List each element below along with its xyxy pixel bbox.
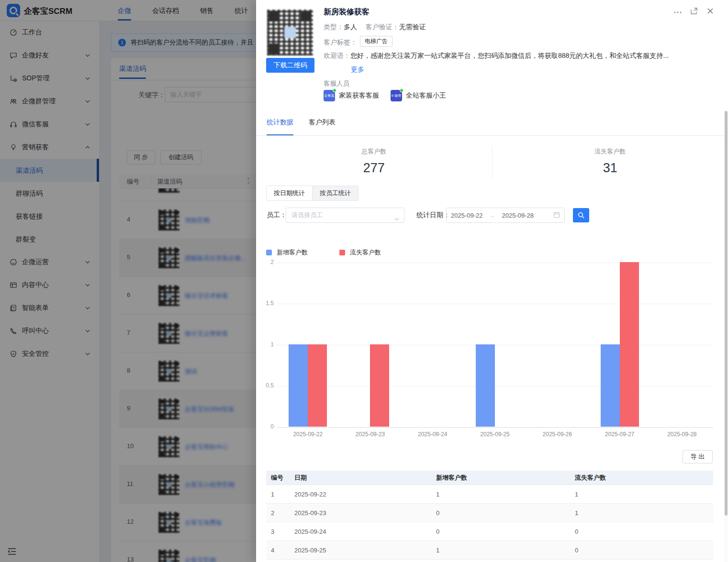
bar-新增客户数-2025-09-25 bbox=[476, 344, 495, 427]
result-table-row: 42025-09-2510 bbox=[266, 541, 713, 560]
staff-name: 家装获客客服 bbox=[339, 91, 379, 100]
y-axis-tick: 0.5 bbox=[255, 382, 274, 389]
staff-member: 企客宝家装获客客服 bbox=[324, 90, 379, 101]
online-dot bbox=[333, 88, 336, 92]
result-col-header: 流失客户数 bbox=[572, 474, 713, 482]
export-button[interactable]: 导 出 bbox=[683, 450, 713, 463]
result-cell: 1 bbox=[434, 491, 572, 498]
result-col-header: 新增客户数 bbox=[434, 474, 572, 482]
scrollbar-thumb[interactable] bbox=[725, 111, 728, 516]
drawer-tab-统计数据[interactable]: 统计数据 bbox=[267, 118, 293, 127]
result-table: 编号日期新增客户数流失客户数12025-09-221122025-09-2301… bbox=[266, 471, 713, 562]
result-cell: 1 bbox=[266, 491, 292, 498]
chevron-down-icon bbox=[394, 213, 400, 219]
legend-label: 流失客户数 bbox=[350, 248, 381, 257]
result-cell: 4 bbox=[266, 547, 292, 554]
bar-流失客户数-2025-09-23 bbox=[370, 344, 389, 427]
result-table-row: 12025-09-2211 bbox=[266, 485, 713, 504]
employee-label: 员工： bbox=[267, 211, 287, 220]
result-cell: 2025-09-24 bbox=[292, 528, 434, 535]
x-axis-tick: 2025-09-23 bbox=[339, 431, 401, 438]
legend-swatch bbox=[339, 250, 345, 255]
gridline bbox=[277, 427, 713, 428]
result-cell: 2025-09-22 bbox=[292, 491, 434, 498]
x-axis-tick: 2025-09-26 bbox=[526, 431, 588, 438]
segment-按员工统计[interactable]: 按员工统计 bbox=[313, 186, 358, 200]
close-icon[interactable] bbox=[706, 7, 715, 15]
staff-name: 全站客服小王 bbox=[406, 91, 446, 100]
detail-drawer: 下载二维码 新房装修获客 类型：多人 客户验证：无需验证 客户标签： 电梯广告 … bbox=[256, 0, 728, 562]
legend-swatch bbox=[266, 250, 272, 255]
gridline bbox=[277, 304, 713, 304]
stat-card: 流失客户数31 bbox=[493, 143, 728, 182]
staff-label: 客服人员 bbox=[324, 79, 349, 88]
result-cell: 1 bbox=[572, 491, 713, 498]
bar-新增客户数-2025-09-27 bbox=[601, 344, 620, 427]
staff-avatar: 企客宝 bbox=[324, 90, 335, 101]
online-dot bbox=[400, 88, 403, 92]
stat-value: 31 bbox=[493, 161, 728, 176]
result-col-header: 日期 bbox=[292, 474, 434, 482]
x-axis-tick: 2025-09-24 bbox=[402, 431, 464, 438]
result-cell: 0 bbox=[434, 528, 572, 535]
x-axis-tick: 2025-09-22 bbox=[277, 431, 339, 438]
y-axis-tick: 1 bbox=[255, 341, 274, 348]
result-col-header: 编号 bbox=[266, 474, 292, 482]
stat-label: 总客户数 bbox=[256, 147, 492, 156]
result-cell: 2025-09-23 bbox=[292, 509, 434, 517]
stat-card: 总客户数277 bbox=[256, 143, 492, 182]
gridline bbox=[277, 263, 713, 263]
result-table-row: 22025-09-2301 bbox=[266, 504, 713, 522]
y-axis-tick: 0 bbox=[255, 423, 274, 430]
date-end: 2025-09-28 bbox=[502, 212, 534, 219]
more-actions-icon[interactable] bbox=[673, 7, 682, 15]
legend-item[interactable]: 流失客户数 bbox=[339, 248, 381, 257]
type-line: 类型：多人 客户验证：无需验证 bbox=[324, 23, 426, 32]
chart-legend: 新增客户数流失客户数 bbox=[266, 248, 381, 257]
date-range-picker[interactable]: 2025-09-22 → 2025-09-28 bbox=[446, 208, 565, 223]
drawer-title: 新房装修获客 bbox=[324, 7, 370, 17]
staff-member: b 微信全站客服小王 bbox=[391, 90, 446, 101]
stat-mode-segments: 按日期统计按员工统计 bbox=[266, 186, 358, 201]
result-table-header: 编号日期新增客户数流失客户数 bbox=[266, 471, 713, 485]
gridline bbox=[277, 386, 713, 386]
result-cell: 2 bbox=[266, 509, 292, 517]
legend-item[interactable]: 新增客户数 bbox=[266, 248, 308, 257]
result-cell: 1 bbox=[434, 547, 572, 554]
calendar-icon bbox=[553, 211, 560, 220]
y-axis-tick: 2 bbox=[255, 259, 274, 265]
x-axis-tick: 2025-09-27 bbox=[589, 431, 651, 438]
tag-line: 客户标签： 电梯广告 bbox=[324, 37, 392, 48]
qr-code-image bbox=[266, 9, 314, 56]
download-qr-button[interactable]: 下载二维码 bbox=[266, 58, 314, 73]
date-label: 统计日期： bbox=[416, 211, 450, 220]
bar-流失客户数-2025-09-22 bbox=[308, 344, 327, 427]
stat-value: 277 bbox=[256, 161, 492, 176]
employee-select[interactable]: 请选择员工 bbox=[286, 208, 404, 223]
result-cell: 0 bbox=[572, 528, 713, 535]
result-cell: 2025-09-25 bbox=[292, 547, 434, 554]
bar-chart: 00.511.522025-09-222025-09-232025-09-242… bbox=[266, 261, 713, 439]
customer-tag: 电梯广告 bbox=[360, 36, 392, 47]
welcome-line: 欢迎语：您好，感谢您关注装万家一站式家装平台，您扫码添加微信后，将获取888元的… bbox=[324, 52, 706, 60]
result-cell: 0 bbox=[572, 547, 713, 554]
bar-流失客户数-2025-09-27 bbox=[620, 262, 639, 427]
open-in-window-icon[interactable] bbox=[690, 7, 698, 15]
result-cell: 3 bbox=[266, 528, 292, 535]
staff-avatar: b 微信 bbox=[391, 90, 402, 101]
drawer-scrollbar bbox=[724, 110, 728, 562]
result-cell: 1 bbox=[572, 509, 713, 517]
search-button[interactable] bbox=[573, 208, 589, 222]
segment-按日期统计[interactable]: 按日期统计 bbox=[267, 186, 313, 200]
drawer-tab-客户列表[interactable]: 客户列表 bbox=[309, 118, 336, 127]
stat-label: 流失客户数 bbox=[493, 147, 728, 156]
result-table-row: 32025-09-2400 bbox=[266, 522, 713, 541]
more-link[interactable]: 更多 bbox=[351, 66, 364, 74]
app-root: 企客宝SCRM 企微会话存档销售统计 工作台企微好友SOP管理企微群管理微信客服… bbox=[0, 0, 728, 562]
staff-list: 企客宝家装获客客服b 微信全站客服小王 bbox=[324, 90, 446, 101]
range-arrow-icon: → bbox=[490, 212, 495, 219]
x-axis-tick: 2025-09-25 bbox=[464, 431, 526, 438]
y-axis-tick: 1.5 bbox=[255, 300, 274, 307]
stats-summary: 总客户数277流失客户数31 bbox=[256, 143, 728, 182]
bar-新增客户数-2025-09-22 bbox=[289, 344, 308, 427]
